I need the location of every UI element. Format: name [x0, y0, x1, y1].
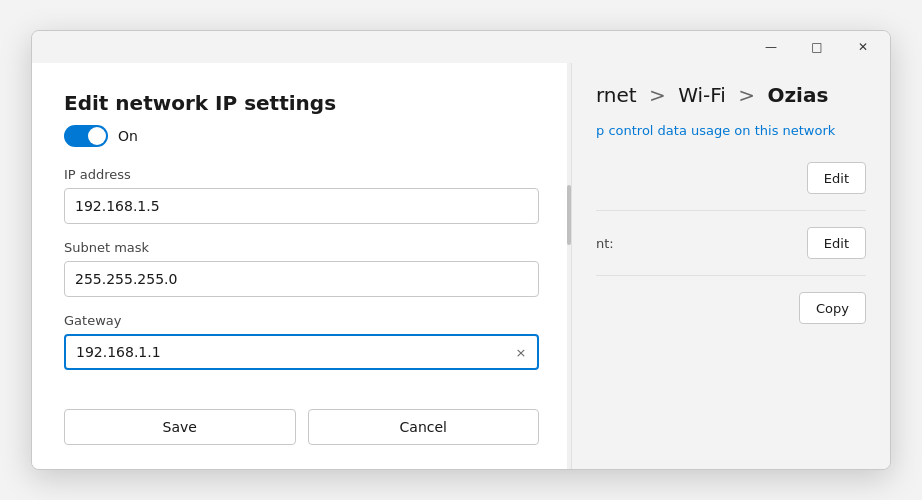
- ip-address-group: IP address: [64, 167, 539, 224]
- gateway-input[interactable]: [64, 334, 539, 370]
- edit-button-1[interactable]: Edit: [807, 162, 866, 194]
- breadcrumb-arrow2: >: [738, 83, 755, 107]
- main-window: — □ ✕ Edit network IP settings On IP add…: [31, 30, 891, 470]
- automatic-toggle[interactable]: [64, 125, 108, 147]
- gateway-label: Gateway: [64, 313, 539, 328]
- dialog-actions: Save Cancel: [64, 389, 539, 445]
- toggle-label: On: [118, 128, 138, 144]
- toggle-row: On: [64, 125, 539, 147]
- separator-2: [596, 275, 866, 276]
- subnet-mask-input[interactable]: [64, 261, 539, 297]
- settings-row-2: nt: Edit: [596, 227, 866, 259]
- minimize-button[interactable]: —: [748, 31, 794, 63]
- gateway-group: Gateway ×: [64, 313, 539, 370]
- settings-row-3: Copy: [596, 292, 866, 324]
- dialog-scrollbar-thumb: [567, 185, 571, 245]
- breadcrumb-wifi: Wi-Fi: [678, 83, 726, 107]
- ip-address-label: IP address: [64, 167, 539, 182]
- maximize-button[interactable]: □: [794, 31, 840, 63]
- close-button[interactable]: ✕: [840, 31, 886, 63]
- clear-gateway-button[interactable]: ×: [511, 342, 531, 362]
- titlebar: — □ ✕: [32, 31, 890, 63]
- settings-row-1: Edit: [596, 162, 866, 194]
- breadcrumb-part1: rnet: [596, 83, 637, 107]
- gateway-input-wrapper: ×: [64, 334, 539, 370]
- dialog-panel: Edit network IP settings On IP address S…: [32, 63, 572, 469]
- copy-button[interactable]: Copy: [799, 292, 866, 324]
- ip-address-input[interactable]: [64, 188, 539, 224]
- breadcrumb-arrow1: >: [649, 83, 666, 107]
- separator-1: [596, 210, 866, 211]
- cancel-button[interactable]: Cancel: [308, 409, 540, 445]
- edit-button-2[interactable]: Edit: [807, 227, 866, 259]
- row-label-2: nt:: [596, 236, 614, 251]
- subnet-mask-group: Subnet mask: [64, 240, 539, 297]
- breadcrumb: rnet > Wi-Fi > Ozias: [596, 83, 866, 107]
- dialog-scrollbar: [567, 63, 571, 469]
- breadcrumb-network-name: Ozias: [767, 83, 828, 107]
- dialog-title: Edit network IP settings: [64, 91, 539, 115]
- subnet-mask-label: Subnet mask: [64, 240, 539, 255]
- data-usage-link[interactable]: p control data usage on this network: [596, 123, 866, 138]
- toggle-thumb: [88, 127, 106, 145]
- window-content: Edit network IP settings On IP address S…: [32, 63, 890, 469]
- settings-panel: rnet > Wi-Fi > Ozias p control data usag…: [572, 63, 890, 469]
- save-button[interactable]: Save: [64, 409, 296, 445]
